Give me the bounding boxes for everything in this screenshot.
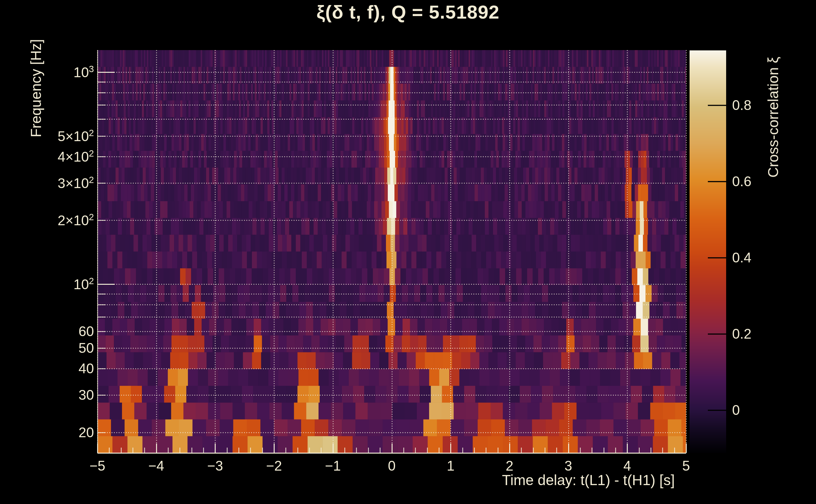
x-tick-label: 1 xyxy=(447,458,454,474)
plot-title: ξ(δ t, f), Q = 5.51892 xyxy=(0,1,816,23)
colorbar-tick-label: 0.2 xyxy=(732,326,751,342)
x-tick-label: 2 xyxy=(506,458,513,474)
x-tick-label: −2 xyxy=(266,458,282,474)
colorbar-tick-label: 0.6 xyxy=(732,174,751,189)
x-tick-label: −5 xyxy=(89,458,105,474)
y-tick-label: 20 xyxy=(6,425,94,440)
x-tick-label: −3 xyxy=(207,458,223,474)
y-tick-label: 103 xyxy=(6,64,94,80)
x-axis-title: Time delay: t(L1) - t(H1) [s] xyxy=(502,472,675,489)
colorbar-tick-label: 0.8 xyxy=(732,97,751,113)
y-axis-title: Frequency [Hz] xyxy=(27,39,44,137)
y-tick-label: 30 xyxy=(6,387,94,403)
y-tick-label: 2×102 xyxy=(6,212,94,229)
x-tick-label: 4 xyxy=(624,458,631,474)
qscan-figure: ξ(δ t, f), Q = 5.51892 Frequency [Hz] Ti… xyxy=(0,0,816,504)
x-tick-label: 0 xyxy=(388,458,395,474)
x-tick-label: 5 xyxy=(682,458,690,474)
y-tick-label: 50 xyxy=(6,340,94,356)
y-tick-label: 3×102 xyxy=(6,175,94,191)
x-tick-label: −1 xyxy=(325,458,341,474)
x-tick-label: 3 xyxy=(564,458,572,474)
x-tick-label: −4 xyxy=(148,458,164,474)
y-tick-label: 5×102 xyxy=(6,128,94,144)
colorbar-tick-label: 0 xyxy=(732,402,740,418)
colorbar-tick-label: 0.4 xyxy=(732,250,751,266)
y-tick-label: 60 xyxy=(6,324,94,339)
colorbar-title: Cross-correlation ξ xyxy=(765,57,782,178)
heatmap-canvas xyxy=(0,0,816,504)
y-tick-label: 4×102 xyxy=(6,148,94,165)
y-tick-label: 40 xyxy=(6,361,94,376)
y-tick-label: 102 xyxy=(6,276,94,292)
